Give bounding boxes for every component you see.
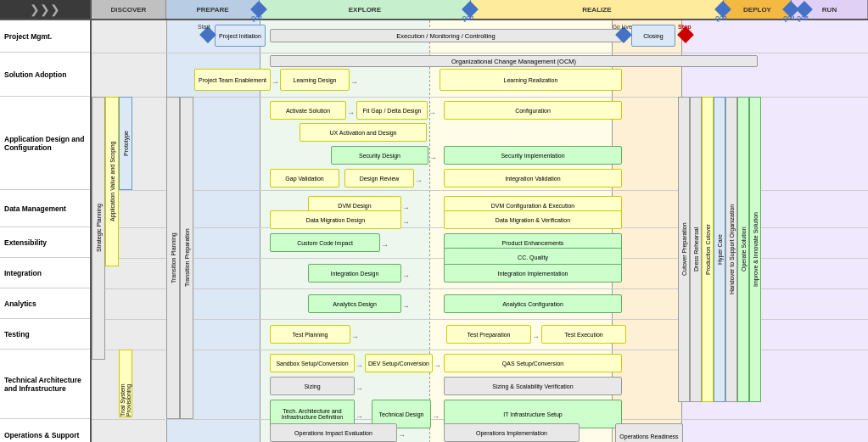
task-sizing: Sizing bbox=[270, 377, 355, 395]
phase-deploy: DEPLOY bbox=[724, 0, 792, 19]
phase-discover: DISCOVER bbox=[92, 0, 166, 19]
task-sandbox-setup: Sandbox Setup/Conversion bbox=[270, 354, 355, 372]
task-security-impl: Security Implementation bbox=[444, 146, 622, 165]
sidebar-item-analytics: Analytics bbox=[0, 288, 90, 319]
task-security-design: Security Design bbox=[331, 146, 428, 165]
improve-innovate-label: Improve & Innovate Solution bbox=[749, 97, 761, 402]
task-learning-design: Learning Design bbox=[280, 69, 350, 91]
handover-support-label: Handover to Support Organization bbox=[725, 97, 737, 402]
sidebar-item-tech-arch: Technical Architecture and Infrastructur… bbox=[0, 350, 90, 419]
production-cutover-label: Production Cutover bbox=[702, 97, 714, 402]
task-sizing-verif: Sizing & Scalability Verification bbox=[444, 377, 622, 395]
sidebar-item-integration: Integration bbox=[0, 258, 90, 288]
task-ocm: Organizational Change Management (OCM) bbox=[270, 55, 758, 67]
sidebar-item-solution-adoption: Solution Adoption bbox=[0, 53, 90, 97]
task-ops-impact: Operations Impact Evaluation bbox=[270, 423, 397, 442]
phase-prepare: PREPARE bbox=[166, 0, 260, 19]
task-closing: Closing bbox=[631, 25, 675, 47]
dress-rehearsal-label: Dress Rehearsal bbox=[690, 97, 702, 402]
task-team-enablement: Project Team Enablement bbox=[194, 69, 271, 91]
task-learning-realization: Learning Realization bbox=[440, 69, 622, 91]
task-integration-design: Integration Design bbox=[308, 264, 401, 283]
transition-planning-label: Transition Planning bbox=[166, 97, 180, 419]
prototype-label: Prototype bbox=[119, 97, 132, 190]
task-test-planning: Test Planning bbox=[270, 325, 350, 344]
task-custom-code: Custom Code Impact bbox=[270, 233, 380, 252]
phase-realize: REALIZE bbox=[471, 0, 724, 19]
task-execution-monitoring: Execution / Monitoring / Controlling bbox=[270, 29, 622, 42]
sidebar-item-project-mgmt: Project Mgmt. bbox=[0, 20, 90, 53]
sidebar: Project Mgmt. Solution Adoption Applicat… bbox=[0, 20, 92, 442]
task-design-review: Design Review bbox=[344, 169, 414, 187]
task-ux-activation: UX Activation and Design bbox=[300, 123, 427, 142]
app-value-scoping-label: Application Value and Scoping bbox=[105, 97, 119, 266]
trial-system-label: Trial System Provisioning bbox=[119, 350, 132, 417]
operate-solution-label: Operate Solution bbox=[737, 97, 749, 402]
task-gap-validation: Gap Validation bbox=[270, 169, 339, 187]
sidebar-item-extensibility: Extensibility bbox=[0, 227, 90, 258]
strategic-planning-label: Strategic Planning bbox=[92, 97, 105, 360]
diagram-area: Strategic Planning Application Value and… bbox=[92, 20, 868, 442]
task-fit-gap: Fit Gap / Delta Design bbox=[356, 101, 428, 120]
task-data-migration-verif: Data Migration & Verification bbox=[444, 210, 622, 229]
sidebar-item-testing: Testing bbox=[0, 319, 90, 350]
task-test-preparation: Test Preparation bbox=[446, 325, 531, 344]
main-layout: ❯❯❯ DISCOVER PREPARE QG1 EXPLORE QG2 REA… bbox=[0, 0, 868, 442]
phase-explore: EXPLORE bbox=[260, 0, 471, 19]
task-configuration: Configuration bbox=[444, 101, 622, 120]
task-activate-solution: Activate Solution bbox=[270, 101, 346, 120]
task-test-execution: Test Execution bbox=[541, 325, 626, 344]
task-analytics-config: Analytics Configuration bbox=[444, 294, 622, 313]
sidebar-item-operations: Operations & Support bbox=[0, 419, 90, 442]
task-integration-impl: Integration Implementation bbox=[444, 264, 622, 283]
task-analytics-design: Analytics Design bbox=[308, 294, 401, 313]
task-qas-setup: QAS Setup/Conversion bbox=[444, 354, 622, 372]
task-integration-validation: Integration Validation bbox=[444, 169, 622, 187]
task-ops-readiness: Operations Readiness bbox=[615, 423, 683, 442]
task-project-initiation: Project Initiation bbox=[215, 25, 266, 47]
task-dev-setup: DEV Setup/Conversion bbox=[365, 354, 433, 372]
hyper-care-label: Hyper Care bbox=[714, 97, 725, 402]
task-ops-impl: Operations Implementation bbox=[444, 423, 580, 442]
task-data-migration-design: Data Migration Design bbox=[270, 210, 401, 229]
cutover-prep-label: Cutover Preparation bbox=[678, 97, 690, 402]
transition-preparation-label: Transition Preparation bbox=[180, 97, 193, 419]
sidebar-item-app-design: Application Design and Configuration bbox=[0, 97, 90, 190]
sidebar-item-data-mgmt: Data Management bbox=[0, 190, 90, 227]
